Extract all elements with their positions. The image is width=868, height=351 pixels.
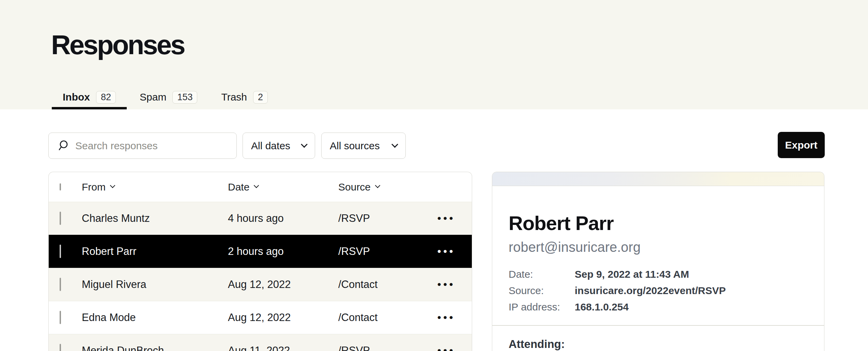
tab-inbox-label: Inbox (63, 91, 90, 103)
detail-name: Robert Parr (509, 212, 614, 234)
tab-inbox[interactable]: Inbox 82 (52, 85, 127, 109)
search-box[interactable] (48, 133, 237, 159)
meta-value-source: insuricare.org/2022event/RSVP (575, 285, 726, 296)
chevron-down-icon (254, 183, 259, 188)
tab-spam[interactable]: Spam 153 (129, 85, 208, 109)
row-from: Charles Muntz (82, 212, 228, 225)
responses-page: Responses Inbox 82 Spam 153 Trash 2 All … (0, 0, 868, 351)
row-from: Edna Mode (82, 311, 228, 324)
detail-banner (492, 172, 824, 186)
table-row[interactable]: Charles Muntz 4 hours ago /RSVP ••• (49, 202, 472, 235)
table-row[interactable]: Merida DunBroch Aug 11, 2022 /RSVP ••• (49, 334, 472, 351)
date-filter-value: All dates (251, 140, 290, 152)
responses-table: From Date Source Charles Muntz 4 hours a… (48, 172, 472, 351)
column-header-source[interactable]: Source (338, 181, 437, 193)
chevron-down-icon (110, 183, 115, 188)
row-source: /RSVP (338, 345, 437, 351)
row-source: /Contact (338, 311, 437, 324)
row-from: Robert Parr (82, 245, 228, 258)
row-source: /Contact (338, 278, 437, 291)
row-date: Aug 11, 2022 (228, 345, 338, 351)
search-icon (57, 140, 69, 152)
tab-spam-count-badge: 153 (172, 91, 197, 104)
chevron-down-icon (375, 183, 381, 188)
row-checkbox[interactable] (60, 278, 61, 291)
row-actions-ellipsis-icon[interactable]: ••• (437, 312, 455, 323)
table-header-row: From Date Source (49, 172, 472, 202)
row-actions-ellipsis-icon[interactable]: ••• (437, 279, 455, 290)
row-actions-ellipsis-icon[interactable]: ••• (437, 213, 455, 224)
row-actions-ellipsis-icon[interactable]: ••• (437, 246, 455, 257)
row-checkbox[interactable] (60, 245, 61, 258)
chevron-down-icon (301, 141, 308, 148)
export-button[interactable]: Export (778, 132, 825, 158)
chevron-down-icon (391, 141, 398, 148)
attending-section-heading: Attending: (509, 338, 565, 351)
date-filter-dropdown[interactable]: All dates (243, 133, 315, 159)
search-input[interactable] (75, 140, 224, 152)
select-all-checkbox[interactable] (60, 183, 61, 190)
meta-label-ip-address: IP address: (509, 302, 575, 312)
tab-trash-label: Trash (221, 91, 247, 103)
table-row-selected[interactable]: Robert Parr 2 hours ago /RSVP ••• (49, 235, 472, 268)
row-date: Aug 12, 2022 (228, 311, 338, 324)
detail-meta: Date: Sep 9, 2022 at 11:43 AM Source: in… (509, 269, 726, 312)
source-filter-dropdown[interactable]: All sources (321, 133, 406, 159)
page-title: Responses (51, 29, 184, 61)
page-header: Responses Inbox 82 Spam 153 Trash 2 (0, 0, 868, 109)
row-source: /RSVP (338, 245, 437, 258)
meta-label-source: Source: (509, 285, 575, 296)
row-actions-ellipsis-icon[interactable]: ••• (437, 345, 455, 351)
meta-value-ip-address: 168.1.0.254 (575, 302, 726, 312)
column-header-date[interactable]: Date (228, 181, 338, 193)
row-date: 4 hours ago (228, 212, 338, 225)
table-row[interactable]: Edna Mode Aug 12, 2022 /Contact ••• (49, 301, 472, 334)
table-row[interactable]: Miguel Rivera Aug 12, 2022 /Contact ••• (49, 268, 472, 301)
column-header-from[interactable]: From (82, 181, 228, 193)
row-date: 2 hours ago (228, 245, 338, 258)
tab-trash-count-badge: 2 (253, 91, 268, 104)
tab-trash[interactable]: Trash 2 (210, 85, 279, 109)
row-source: /RSVP (338, 212, 437, 225)
row-date: Aug 12, 2022 (228, 278, 338, 291)
tab-spam-label: Spam (140, 91, 166, 103)
row-checkbox[interactable] (60, 311, 61, 324)
row-checkbox[interactable] (60, 212, 61, 225)
tab-bar: Inbox 82 Spam 153 Trash 2 (52, 85, 279, 109)
row-from: Miguel Rivera (82, 278, 228, 291)
row-from: Merida DunBroch (82, 345, 228, 351)
panel-divider (492, 325, 824, 326)
meta-label-date: Date: (509, 269, 575, 279)
row-checkbox[interactable] (60, 344, 61, 351)
meta-value-date: Sep 9, 2022 at 11:43 AM (575, 269, 726, 279)
response-detail-panel: Robert Parr robert@insuricare.org Date: … (492, 172, 824, 351)
source-filter-value: All sources (330, 140, 380, 152)
tab-inbox-count-badge: 82 (96, 91, 116, 104)
detail-email: robert@insuricare.org (509, 240, 640, 255)
